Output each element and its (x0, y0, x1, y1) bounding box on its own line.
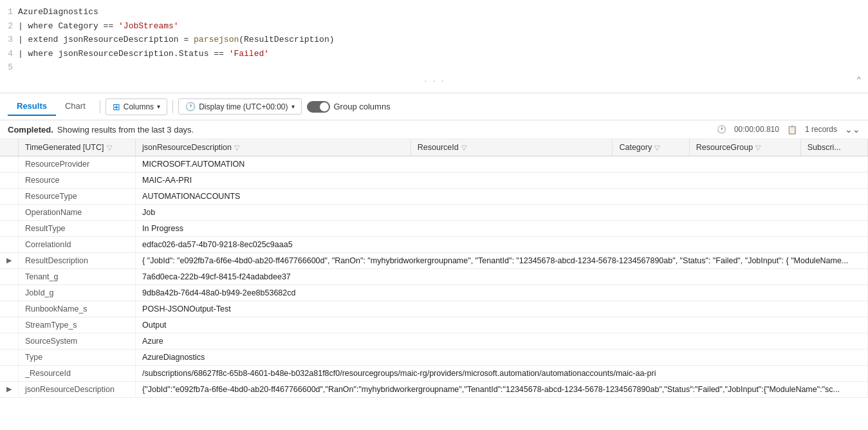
row-key: Type (19, 350, 136, 366)
row-expand-button (0, 285, 19, 301)
row-value: Output (136, 317, 868, 333)
group-columns-toggle[interactable] (307, 101, 330, 113)
row-value: edfac026-da57-4b70-9218-8ec025c9aaa5 (136, 237, 868, 253)
table-row: ▶ResultDescription{ "JobId": "e092fb7a-6… (0, 253, 868, 269)
status-right: 🕐 00:00:00.810 📋 1 records ⌄⌄ (717, 124, 860, 135)
row-key: JobId_g (19, 285, 136, 301)
table-row: Tenant_g7a6d0eca-222b-49cf-8415-f24adabd… (0, 269, 868, 285)
row-expand-button (0, 269, 19, 285)
filter-icon4[interactable]: ▽ (654, 144, 660, 151)
filter-icon3[interactable]: ▽ (461, 144, 466, 151)
row-expand-button (0, 301, 19, 317)
status-bar: Completed. Showing results from the last… (0, 120, 868, 139)
row-value: AUTOMATIONACCOUNTS (136, 189, 868, 205)
row-value: MAIC-AA-PRI (136, 173, 868, 189)
code-text: | extend jsonResourceDescription = (18, 33, 194, 46)
toolbar-separator (100, 100, 100, 113)
row-expand-button (0, 333, 19, 350)
results-table: TimeGenerated [UTC]▽jsonResourceDescript… (0, 139, 868, 398)
columns-chevron-icon: ▾ (157, 103, 160, 110)
row-value: /subscriptions/68627f8c-65b8-4601-b48e-b… (136, 366, 868, 382)
filter-icon5[interactable]: ▽ (755, 144, 761, 151)
row-key: ResultType (19, 221, 136, 237)
table-row: StreamType_sOutput (0, 317, 868, 333)
table-row: CorrelationIdedfac026-da57-4b70-9218-8ec… (0, 237, 868, 253)
status-completed: Completed. (8, 125, 53, 135)
display-time-chevron-icon: ▾ (291, 103, 295, 110)
code-line: 5 (0, 61, 868, 75)
row-value: MICROSOFT.AUTOMATION (136, 156, 868, 173)
code-string: 'JobStreams' (118, 20, 179, 33)
table-row: ResourceMAIC-AA-PRI (0, 173, 868, 189)
col-header-rg: ResourceGroup (696, 143, 753, 152)
row-value: Azure (136, 333, 868, 350)
line-number: 4 (0, 48, 18, 61)
table-row: OperationNameJob (0, 205, 868, 221)
row-value: 7a6d0eca-222b-49cf-8415-f24adabdee37 (136, 269, 868, 285)
table-row: RunbookName_sPOSH-JSONOutput-Test (0, 301, 868, 317)
row-key: _ResourceId (19, 366, 136, 382)
row-key: OperationName (19, 205, 136, 221)
code-line: 2| where Category == 'JobStreams' (0, 19, 868, 33)
code-text: | where jsonResourceDescription.Status =… (18, 48, 229, 61)
table-row: ResourceProviderMICROSOFT.AUTOMATION (0, 156, 868, 173)
row-expand-button (0, 237, 19, 253)
table-row: _ResourceId/subscriptions/68627f8c-65b8-… (0, 366, 868, 382)
col-expand (0, 139, 19, 156)
row-expand-button (0, 350, 19, 366)
code-function: parsejson (194, 33, 239, 46)
results-table-wrap: TimeGenerated [UTC]▽jsonResourceDescript… (0, 139, 868, 430)
col-resource-id: ResourceId▽ (411, 139, 613, 156)
toggle-knob (320, 102, 329, 111)
table-row: TypeAzureDiagnostics (0, 350, 868, 366)
row-expand-button (0, 205, 19, 221)
col-header-sub: Subscri... (808, 143, 841, 152)
row-key: CorrelationId (19, 237, 136, 253)
row-value: {"JobId":"e092fb7a-6f6e-4bd0-ab20-ff4677… (136, 382, 868, 398)
display-time-button[interactable]: 🕐 Display time (UTC+00:00) ▾ (178, 98, 301, 115)
row-value: POSH-JSONOutput-Test (136, 301, 868, 317)
code-line: 1AzureDiagnostics (0, 5, 868, 19)
row-value: 9db8a42b-76d4-48a0-b949-2ee8b53682cd (136, 285, 868, 301)
columns-button[interactable]: ⊞ Columns ▾ (106, 98, 167, 115)
code-line: 4| where jsonResourceDescription.Status … (0, 47, 868, 61)
row-value: In Progress (136, 221, 868, 237)
table-row: ResultTypeIn Progress (0, 221, 868, 237)
status-message: Showing results from the last 3 days. (57, 125, 194, 135)
collapse-editor-button[interactable]: ⌃ (856, 74, 862, 88)
line-number: 1 (0, 6, 18, 19)
row-key: jsonResourceDescription (19, 382, 136, 398)
row-expand-button[interactable]: ▶ (0, 382, 19, 398)
col-key: TimeGenerated [UTC]▽ (19, 139, 136, 156)
row-value: { "JobId": "e092fb7a-6f6e-4bd0-ab20-ff46… (136, 253, 868, 269)
tab-chart[interactable]: Chart (56, 97, 95, 116)
tab-results[interactable]: Results (8, 97, 56, 116)
columns-icon: ⊞ (113, 102, 120, 112)
display-time-label: Display time (UTC+00:00) (199, 102, 288, 111)
row-key: ResultDescription (19, 253, 136, 269)
table-row: ResourceTypeAUTOMATIONACCOUNTS (0, 189, 868, 205)
row-key: RunbookName_s (19, 301, 136, 317)
row-expand-button (0, 189, 19, 205)
col-header-time: TimeGenerated [UTC] (25, 143, 104, 152)
code-text: | where Category == (18, 20, 118, 33)
col-subscription: Subscri... (800, 139, 867, 156)
code-text: AzureDiagnostics (18, 6, 98, 19)
filter-icon2[interactable]: ▽ (234, 144, 239, 151)
time-icon: 🕐 (717, 125, 726, 134)
code-line: 3| extend jsonResourceDescription = pars… (0, 33, 868, 47)
row-key: Resource (19, 173, 136, 189)
columns-label: Columns (124, 102, 154, 111)
expand-results-icon[interactable]: ⌄⌄ (845, 124, 860, 135)
col-header-resourceid: ResourceId (418, 143, 459, 152)
table-row: JobId_g9db8a42b-76d4-48a0-b949-2ee8b5368… (0, 285, 868, 301)
row-expand-button (0, 317, 19, 333)
row-expand-button[interactable]: ▶ (0, 253, 19, 269)
clock-icon: 🕐 (185, 102, 196, 111)
records-count: 1 records (805, 125, 837, 134)
code-editor[interactable]: 1AzureDiagnostics2| where Category == 'J… (0, 0, 868, 93)
filter-icon[interactable]: ▽ (107, 144, 112, 151)
row-expand-button (0, 173, 19, 189)
row-value: Job (136, 205, 868, 221)
col-resource-group: ResourceGroup▽ (689, 139, 800, 156)
